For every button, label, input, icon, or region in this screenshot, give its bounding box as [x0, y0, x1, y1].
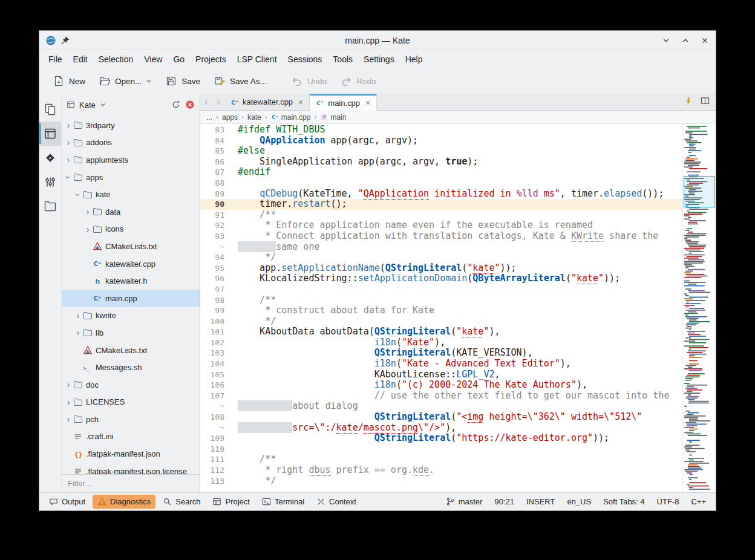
menu-help[interactable]: Help: [400, 52, 428, 67]
tree-item-appiumtests[interactable]: ›appiumtests: [62, 151, 200, 169]
undo-button[interactable]: Undo: [285, 71, 333, 91]
code-view[interactable]: 83#ifdef WITH_DBUS84 QApplication app(ar…: [200, 124, 682, 492]
menu-tools[interactable]: Tools: [327, 52, 358, 67]
tree-item-kwrite[interactable]: ›kwrite: [62, 307, 200, 325]
breadcrumb-main[interactable]: fmain: [320, 113, 346, 122]
tree-item-lib[interactable]: ›lib: [62, 324, 200, 342]
tree-item-data[interactable]: ›data: [62, 203, 200, 221]
menu-projects[interactable]: Projects: [190, 52, 232, 67]
tree-item-licenses[interactable]: ›LICENSES: [62, 394, 200, 411]
statusbar-master[interactable]: master: [446, 497, 483, 506]
collapse-arrow-icon[interactable]: ›: [73, 190, 83, 199]
minimap[interactable]: [682, 124, 716, 492]
tree-item-main-cpp[interactable]: C++main.cpp: [62, 290, 200, 307]
statusbar-soft-tabs-4[interactable]: Soft Tabs: 4: [603, 497, 644, 506]
breadcrumb-apps[interactable]: apps: [222, 113, 238, 122]
menu-view[interactable]: View: [139, 52, 168, 67]
menu-edit[interactable]: Edit: [68, 52, 93, 67]
redo-button[interactable]: Redo: [334, 71, 382, 91]
tool-sidebar-filesystem[interactable]: [39, 194, 61, 218]
expand-arrow-icon[interactable]: ›: [64, 380, 73, 389]
tree-item-craft-ini[interactable]: .craft.ini: [62, 428, 200, 446]
expand-arrow-icon[interactable]: ›: [64, 397, 73, 407]
statusbar-terminal-button[interactable]: Terminal: [257, 495, 309, 509]
tree-item-cmakelists-txt[interactable]: CMakeLists.txt: [62, 342, 200, 359]
tree-item-katewaiter-cpp[interactable]: C++katewaiter.cpp: [62, 255, 200, 273]
close-tab-icon[interactable]: ×: [298, 97, 303, 107]
tree-item-addons[interactable]: ›addons: [62, 134, 200, 152]
statusbar-diagnostics-button[interactable]: Diagnostics: [93, 495, 155, 509]
tool-sidebar-git[interactable]: [39, 170, 61, 194]
project-tree: ›3rdparty›addons›appiumtests›apps›kate›d…: [62, 116, 200, 474]
minimap-viewport[interactable]: [684, 176, 715, 207]
statusbar-en-us[interactable]: en_US: [567, 497, 591, 506]
menu-lsp-client[interactable]: LSP Client: [232, 52, 283, 67]
project-selector[interactable]: Kate: [67, 100, 167, 109]
statusbar-project-button[interactable]: Project: [208, 495, 254, 509]
statusbar-search-button[interactable]: Search: [158, 495, 205, 509]
breadcrumb-[interactable]: ...: [206, 113, 212, 122]
expand-arrow-icon[interactable]: ›: [83, 207, 92, 217]
close-panel-icon[interactable]: [185, 100, 195, 109]
menu-selection[interactable]: Selection: [93, 52, 139, 67]
tree-item-katewaiter-h[interactable]: hkatewaiter.h: [62, 272, 200, 290]
tab-main-cpp[interactable]: C++main.cpp×: [310, 94, 377, 111]
chevron-down-icon: [100, 102, 106, 108]
statusbar-c-[interactable]: C++: [691, 497, 706, 506]
tree-item-3rdparty[interactable]: ›3rdparty: [62, 117, 200, 134]
split-view-button[interactable]: [701, 96, 710, 108]
tree-item-label: CMakeLists.txt: [105, 242, 157, 251]
tree-item-messages-sh[interactable]: >_Messages.sh: [62, 359, 200, 376]
close-button[interactable]: [700, 36, 710, 45]
tool-sidebar-projects[interactable]: [39, 122, 61, 146]
save-as-button[interactable]: Save As...: [208, 71, 273, 91]
statusbar-value: C++: [691, 497, 706, 506]
close-tab-icon[interactable]: ×: [365, 98, 370, 108]
tab-nav-back-icon[interactable]: ‹: [200, 94, 212, 110]
tree-item-pch[interactable]: ›pch: [62, 411, 200, 428]
tree-item-flatpak-manifest-json[interactable]: {}.flatpak-manifest.json: [62, 445, 200, 463]
tree-item-cmakelists-txt[interactable]: CMakeLists.txt: [62, 238, 200, 255]
quick-open-button[interactable]: [684, 96, 693, 108]
git-icon: [44, 175, 57, 189]
expand-arrow-icon[interactable]: ›: [64, 414, 73, 424]
statusbar-90-21[interactable]: 90:21: [494, 497, 514, 506]
tool-sidebar-symbols[interactable]: [39, 146, 61, 170]
expand-arrow-icon[interactable]: ›: [74, 311, 82, 321]
save-button[interactable]: Save: [159, 71, 206, 91]
tool-sidebar-documents[interactable]: [39, 97, 61, 122]
statusbar-utf-8[interactable]: UTF-8: [657, 497, 679, 506]
tree-item-doc[interactable]: ›doc: [62, 376, 200, 394]
open-button[interactable]: Open...: [93, 71, 158, 91]
tab-nav-forward-icon[interactable]: ›: [212, 94, 224, 110]
expand-arrow-icon[interactable]: ›: [83, 224, 92, 234]
fold-margin: [229, 327, 238, 337]
expand-arrow-icon[interactable]: ›: [64, 155, 73, 164]
maximize-button[interactable]: [681, 36, 690, 45]
tree-item-label: katewaiter.cpp: [105, 259, 155, 269]
breadcrumb-main-cpp[interactable]: C++main.cpp: [271, 113, 311, 122]
expand-arrow-icon[interactable]: ›: [64, 120, 73, 130]
tab-katewaiter-cpp[interactable]: C++katewaiter.cpp×: [224, 94, 310, 110]
statusbar-insert[interactable]: INSERT: [526, 497, 555, 506]
menu-file[interactable]: File: [43, 52, 68, 67]
tree-item-kate[interactable]: ›kate: [62, 186, 200, 203]
menu-go[interactable]: Go: [168, 52, 190, 67]
filter-input[interactable]: [62, 479, 200, 488]
tree-item-icons[interactable]: ›icons: [62, 221, 200, 238]
tree-item-flatpak-manifest-json-license[interactable]: .flatpak-manifest.json.license: [62, 463, 200, 474]
breadcrumb-kate[interactable]: kate: [247, 113, 261, 122]
expand-arrow-icon[interactable]: ›: [74, 328, 82, 337]
statusbar-output-button[interactable]: Output: [44, 495, 90, 509]
refresh-icon[interactable]: [171, 100, 181, 109]
menu-settings[interactable]: Settings: [358, 52, 400, 67]
expand-arrow-icon[interactable]: ›: [64, 138, 73, 148]
new-button[interactable]: New: [47, 71, 91, 91]
svg-text:++: ++: [321, 100, 324, 103]
minimize-button[interactable]: [661, 36, 671, 45]
code-line: 97: [200, 284, 682, 295]
menu-sessions[interactable]: Sessions: [283, 52, 328, 67]
collapse-arrow-icon[interactable]: ›: [64, 173, 73, 181]
tree-item-apps[interactable]: ›apps: [62, 169, 200, 186]
statusbar-context-button[interactable]: Context: [312, 495, 361, 509]
